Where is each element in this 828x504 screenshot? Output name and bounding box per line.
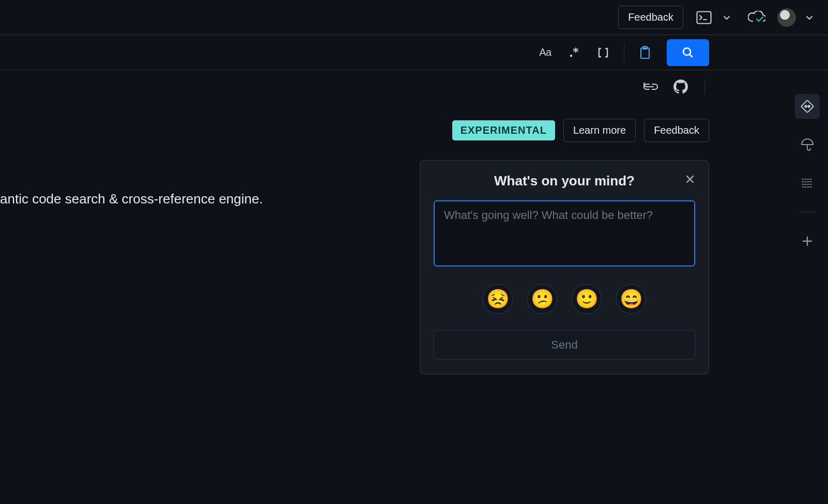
- avatar[interactable]: [777, 8, 796, 27]
- brackets-icon[interactable]: [591, 40, 616, 65]
- svg-point-7: [808, 105, 809, 107]
- emoji-happy[interactable]: 🙂: [572, 284, 602, 314]
- hero-tagline: antic code search & cross-reference engi…: [0, 191, 263, 207]
- experimental-badge: EXPERIMENTAL: [452, 120, 555, 140]
- plus-icon[interactable]: [795, 229, 820, 254]
- right-rail: [787, 88, 828, 254]
- divider: [624, 43, 624, 62]
- svg-rect-0: [697, 11, 711, 23]
- learn-more-button[interactable]: Learn more: [563, 119, 636, 142]
- terminal-icon[interactable]: [695, 8, 713, 27]
- sub-action-bar: [0, 70, 828, 103]
- emoji-very-sad[interactable]: 😣: [483, 284, 513, 314]
- close-icon[interactable]: [682, 171, 698, 187]
- match-case-toggle[interactable]: Aa: [533, 40, 558, 65]
- send-button[interactable]: Send: [434, 330, 695, 359]
- chevron-down-icon[interactable]: [717, 8, 736, 27]
- git-diamond-icon[interactable]: [795, 94, 820, 119]
- link-icon[interactable]: [640, 76, 661, 97]
- search-toolbar: Aa: [0, 35, 828, 70]
- umbrella-icon[interactable]: [795, 132, 820, 157]
- main-content: EXPERIMENTAL Learn more Feedback antic c…: [0, 103, 828, 142]
- divider: [704, 79, 705, 94]
- chevron-down-icon[interactable]: [800, 8, 819, 27]
- feedback-textarea[interactable]: [434, 200, 695, 266]
- regex-toggle-icon[interactable]: [562, 40, 587, 65]
- divider: [799, 212, 816, 212]
- hero-action-row: EXPERIMENTAL Learn more Feedback: [0, 103, 709, 142]
- svg-point-6: [805, 105, 806, 107]
- feedback-button[interactable]: Feedback: [618, 6, 683, 29]
- popover-title: What's on your mind?: [434, 173, 695, 189]
- console-menu: [695, 8, 736, 27]
- feedback-button-hero[interactable]: Feedback: [644, 119, 709, 142]
- lines-icon[interactable]: [795, 170, 820, 195]
- top-app-bar: Feedback: [0, 0, 828, 35]
- cloud-check-icon[interactable]: [747, 8, 766, 27]
- svg-point-1: [570, 54, 573, 57]
- emoji-rating-row: 😣 😕 🙂 😄: [434, 284, 695, 314]
- clipboard-icon[interactable]: [633, 40, 657, 65]
- feedback-popover: What's on your mind? 😣 😕 🙂 😄 Send: [420, 160, 709, 374]
- emoji-very-happy[interactable]: 😄: [616, 284, 646, 314]
- user-menu: [777, 8, 819, 27]
- search-submit-button[interactable]: [667, 39, 709, 66]
- emoji-confused[interactable]: 😕: [527, 284, 557, 314]
- github-icon[interactable]: [670, 76, 691, 97]
- svg-rect-5: [801, 100, 814, 113]
